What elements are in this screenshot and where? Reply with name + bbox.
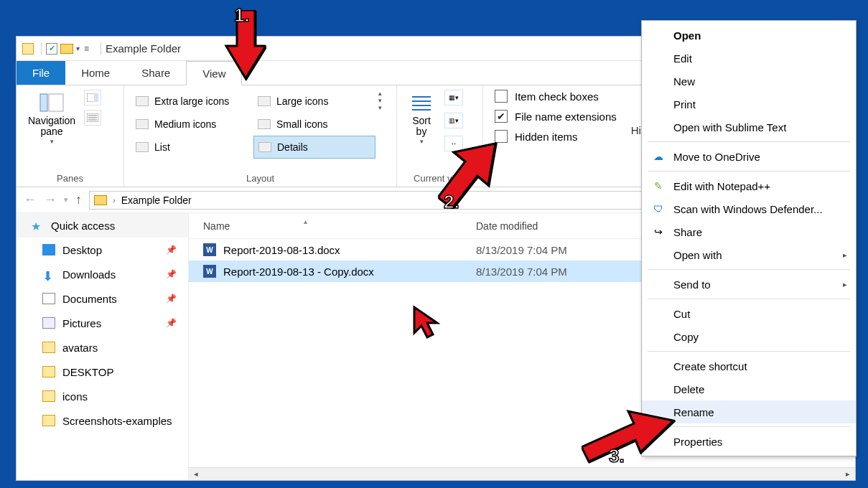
layout-small[interactable]: Small icons xyxy=(253,113,375,136)
tab-share[interactable]: Share xyxy=(126,61,186,85)
layout-list[interactable]: List xyxy=(131,136,253,159)
qat-customize-icon[interactable]: ≡ xyxy=(84,44,89,54)
nav-back-button[interactable]: ← xyxy=(24,192,37,207)
chevron-right-icon[interactable]: › xyxy=(113,196,116,205)
scroll-left-icon[interactable]: ◂ xyxy=(190,469,202,479)
file-name: Report-2019-08-13.docx xyxy=(223,244,340,256)
ctx-open[interactable]: Open xyxy=(642,24,856,47)
ctx-cut[interactable]: Cut xyxy=(642,302,856,325)
qat-newfolder-icon[interactable] xyxy=(60,44,73,54)
check-item-checkboxes[interactable]: Item check boxes xyxy=(495,90,617,103)
sidebar-item-label: DESKTOP xyxy=(62,366,113,378)
svg-marker-15 xyxy=(414,307,437,337)
sidebar-item-label: Desktop xyxy=(62,244,102,256)
sidebar-item-desktop[interactable]: DESKTOP xyxy=(17,360,188,384)
folder-icon xyxy=(42,415,55,426)
sm-icon xyxy=(258,119,271,129)
sidebar-quick-access[interactable]: ★ Quick access xyxy=(17,213,188,238)
nav-forward-button[interactable]: → xyxy=(44,192,57,207)
docx-icon: W xyxy=(203,243,216,256)
layout-scroll[interactable]: ▴▾▾ xyxy=(378,90,388,111)
nav-up-button[interactable]: ↑ xyxy=(75,192,82,207)
ctx-delete[interactable]: Delete xyxy=(642,377,856,400)
sort-asc-icon: ▴ xyxy=(304,217,307,225)
lg-icon xyxy=(258,96,271,106)
layout-medium[interactable]: Medium icons xyxy=(131,113,253,136)
desktop-icon xyxy=(42,244,55,255)
check-file-extensions[interactable]: ✔File name extensions xyxy=(495,110,617,123)
annotation-number-2: 2. xyxy=(444,191,459,213)
sidebar-item-label: Documents xyxy=(62,293,117,305)
annotation-arrow-3 xyxy=(582,408,675,472)
checkbox-icon xyxy=(495,90,508,103)
sort-by-button[interactable]: Sort by ▾ xyxy=(404,90,439,148)
onedrive-icon: ☁ xyxy=(652,150,665,163)
svg-rect-3 xyxy=(94,93,98,102)
layout-details[interactable]: Details xyxy=(253,136,375,159)
folder-icon xyxy=(42,390,55,402)
chevron-right-icon: ▸ xyxy=(843,250,847,260)
ctx-sublime[interactable]: Open with Sublime Text xyxy=(642,116,856,139)
share-icon: ↪ xyxy=(652,225,665,238)
sidebar-item-icons[interactable]: icons xyxy=(17,384,188,408)
document-icon xyxy=(42,293,55,304)
nav-recent-dropdown[interactable]: ▾ xyxy=(64,195,68,205)
navigation-pane-icon xyxy=(39,93,65,113)
cursor-icon xyxy=(411,304,440,342)
notepad-icon: ✎ xyxy=(652,179,665,192)
context-menu: Open Edit New Print Open with Sublime Te… xyxy=(641,20,857,456)
sidebar-item-avatars[interactable]: avatars xyxy=(17,335,188,360)
pin-icon: 📌 xyxy=(166,318,177,328)
details-icon xyxy=(258,142,271,152)
annotation-number-3: 3. xyxy=(609,445,625,467)
sidebar-item-downloads[interactable]: ⬇Downloads📌 xyxy=(17,262,188,286)
download-icon: ⬇ xyxy=(42,268,55,280)
scroll-right-icon[interactable]: ▸ xyxy=(842,469,854,479)
ctx-print[interactable]: Print xyxy=(642,93,856,116)
list-icon xyxy=(136,142,149,152)
sort-icon xyxy=(409,93,434,113)
ctx-openwith[interactable]: Open with▸ xyxy=(642,243,856,266)
add-columns-button[interactable]: ▥▾ xyxy=(444,113,463,128)
window-title: Example Folder xyxy=(106,42,181,55)
ctx-shortcut[interactable]: Create shortcut xyxy=(642,355,856,377)
preview-pane-button[interactable] xyxy=(84,90,101,105)
horizontal-scrollbar[interactable]: ◂ ▸ xyxy=(189,467,855,480)
pin-icon: 📌 xyxy=(166,294,177,304)
docx-icon: W xyxy=(203,265,216,278)
qat-dropdown-icon[interactable]: ▾ xyxy=(76,44,80,52)
ctx-sendto[interactable]: Send to▸ xyxy=(642,273,856,296)
ctx-edit[interactable]: Edit xyxy=(642,47,856,70)
ctx-share[interactable]: ↪Share xyxy=(642,220,856,243)
ctx-new[interactable]: New xyxy=(642,70,856,93)
svg-rect-0 xyxy=(40,94,47,111)
app-icon xyxy=(22,43,34,55)
check-hidden-items[interactable]: Hidden items xyxy=(495,130,617,143)
layout-large[interactable]: Large icons xyxy=(253,90,375,113)
md-icon xyxy=(136,119,149,129)
sidebar-item-screenshots-examples[interactable]: Screenshots-examples xyxy=(17,408,188,433)
group-by-button[interactable]: ▦▾ xyxy=(444,90,463,105)
ctx-notepad[interactable]: ✎Edit with Notepad++ xyxy=(642,174,856,197)
ctx-defender[interactable]: 🛡Scan with Windows Defender... xyxy=(642,197,856,220)
chevron-right-icon: ▸ xyxy=(843,280,847,289)
folder-icon xyxy=(94,195,107,205)
navigation-pane-button[interactable]: Navigation pane ▾ xyxy=(24,90,80,148)
sidebar-item-documents[interactable]: Documents📌 xyxy=(17,286,188,311)
sidebar-item-pictures[interactable]: Pictures📌 xyxy=(17,311,188,335)
navigation-sidebar[interactable]: ★ Quick access Desktop📌⬇Downloads📌Docume… xyxy=(17,213,189,480)
details-pane-button[interactable] xyxy=(84,110,101,126)
qat-properties-icon[interactable]: ✔ xyxy=(46,43,57,55)
column-name[interactable]: Name▴ xyxy=(189,220,476,232)
tab-home[interactable]: Home xyxy=(65,61,126,85)
annotation-number-1: 1. xyxy=(234,4,250,27)
ctx-onedrive[interactable]: ☁Move to OneDrive xyxy=(642,145,856,168)
folder-icon xyxy=(42,342,55,353)
breadcrumb[interactable]: Example Folder xyxy=(121,194,192,206)
layout-extra-large[interactable]: Extra large icons xyxy=(131,90,253,113)
sidebar-item-desktop[interactable]: Desktop📌 xyxy=(17,238,188,262)
ctx-copy[interactable]: Copy xyxy=(642,325,856,348)
svg-rect-1 xyxy=(49,94,63,111)
tab-file[interactable]: File xyxy=(17,61,65,85)
xl-icon xyxy=(136,96,149,106)
